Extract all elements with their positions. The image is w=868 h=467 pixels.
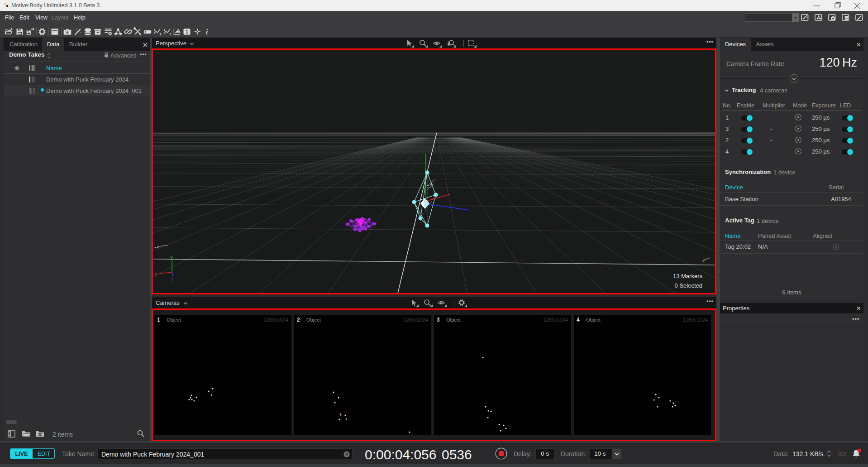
svg-text:i: i [206, 28, 208, 36]
svg-text:2: 2 [169, 32, 171, 36]
svg-text:1: 1 [159, 32, 161, 36]
svg-text:Y: Y [170, 255, 173, 260]
svg-text:Z: Z [171, 277, 174, 281]
svg-text:1: 1 [186, 29, 188, 34]
svg-text:x: x [155, 272, 157, 276]
